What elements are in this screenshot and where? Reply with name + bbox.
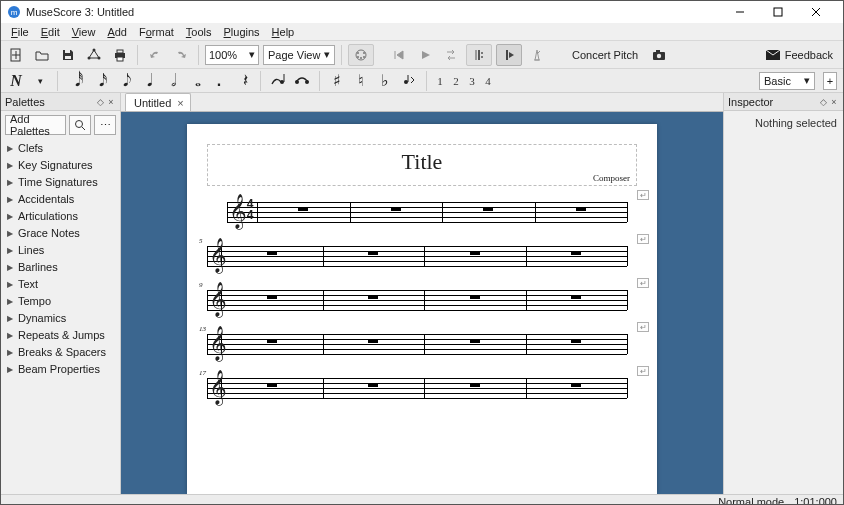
staff-system[interactable]: 13↵𝄞	[207, 334, 637, 354]
score-tab[interactable]: Untitled ×	[125, 93, 191, 111]
whole-rest[interactable]	[571, 339, 581, 343]
flip-direction-button[interactable]	[400, 72, 418, 90]
natural-button[interactable]: ♮	[352, 71, 370, 90]
whole-rest[interactable]	[470, 383, 480, 387]
play-button[interactable]	[414, 44, 436, 66]
menu-add[interactable]: Add	[101, 25, 133, 39]
system-break-icon[interactable]: ↵	[637, 190, 649, 200]
add-palettes-button[interactable]: Add Palettes	[5, 115, 66, 135]
system-break-icon[interactable]: ↵	[637, 366, 649, 376]
duration-half-button[interactable]: 𝅗𝅥	[162, 71, 180, 91]
duration-32nd-button[interactable]: 𝅘𝅥𝅰	[66, 71, 84, 91]
duration-quarter-button[interactable]: 𝅘𝅥	[138, 71, 156, 91]
concert-pitch-button[interactable]: Concert Pitch	[566, 47, 644, 63]
whole-rest[interactable]	[267, 339, 277, 343]
palette-item[interactable]: ▶Dynamics	[1, 311, 120, 325]
workspace-add-button[interactable]: +	[823, 72, 837, 90]
whole-rest[interactable]	[470, 295, 480, 299]
view-mode-combo[interactable]: Page View▾	[263, 45, 335, 65]
palette-more-button[interactable]: ⋯	[94, 115, 116, 135]
rewind-button[interactable]	[388, 44, 410, 66]
whole-rest[interactable]	[483, 207, 493, 211]
palette-item[interactable]: ▶Repeats & Jumps	[1, 328, 120, 342]
voice-3-button[interactable]: 3	[467, 75, 477, 87]
treble-clef-icon[interactable]: 𝄞	[209, 284, 227, 314]
palette-item[interactable]: ▶Clefs	[1, 141, 120, 155]
menu-help[interactable]: Help	[266, 25, 301, 39]
staff-system[interactable]: 9↵𝄞	[207, 290, 637, 310]
workspace-combo[interactable]: Basic▾	[759, 72, 815, 90]
score-composer[interactable]: Composer	[593, 173, 630, 183]
system-break-icon[interactable]: ↵	[637, 278, 649, 288]
score-canvas[interactable]: Title Composer ↵𝄞445↵𝄞9↵𝄞13↵𝄞17↵𝄞	[121, 112, 723, 494]
palette-item[interactable]: ▶Lines	[1, 243, 120, 257]
window-close-button[interactable]	[799, 1, 837, 23]
palette-item[interactable]: ▶Time Signatures	[1, 175, 120, 189]
whole-rest[interactable]	[571, 251, 581, 255]
palette-item[interactable]: ▶Key Signatures	[1, 158, 120, 172]
tie-button[interactable]	[269, 72, 287, 90]
whole-rest[interactable]	[470, 339, 480, 343]
staff-system[interactable]: ↵𝄞44	[207, 202, 637, 222]
whole-rest[interactable]	[470, 251, 480, 255]
flat-button[interactable]: ♭	[376, 71, 394, 90]
menu-file[interactable]: File	[5, 25, 35, 39]
zoom-combo[interactable]: 100%▾	[205, 45, 259, 65]
menu-view[interactable]: View	[66, 25, 102, 39]
new-score-button[interactable]	[5, 44, 27, 66]
palette-item[interactable]: ▶Breaks & Spacers	[1, 345, 120, 359]
window-maximize-button[interactable]	[761, 1, 799, 23]
window-minimize-button[interactable]	[723, 1, 761, 23]
voice-2-button[interactable]: 2	[451, 75, 461, 87]
whole-rest[interactable]	[267, 251, 277, 255]
whole-rest[interactable]	[267, 295, 277, 299]
menu-edit[interactable]: Edit	[35, 25, 66, 39]
play-repeats-button[interactable]	[466, 44, 492, 66]
duration-whole-button[interactable]: 𝅝	[186, 72, 204, 90]
whole-rest[interactable]	[368, 295, 378, 299]
time-signature[interactable]: 44	[245, 199, 255, 221]
treble-clef-icon[interactable]: 𝄞	[209, 328, 227, 358]
menu-plugins[interactable]: Plugins	[218, 25, 266, 39]
whole-rest[interactable]	[368, 383, 378, 387]
voice-4-button[interactable]: 4	[483, 75, 493, 87]
loop-button[interactable]	[440, 44, 462, 66]
feedback-button[interactable]: Feedback	[785, 49, 833, 61]
staff-system[interactable]: 17↵𝄞	[207, 378, 637, 398]
toggle-midi-input-button[interactable]	[348, 44, 374, 66]
palette-item[interactable]: ▶Articulations	[1, 209, 120, 223]
panel-undock-icon[interactable]: ◇	[818, 97, 828, 107]
rest-button[interactable]: 𝄽	[234, 71, 252, 91]
whole-rest[interactable]	[267, 383, 277, 387]
sharp-button[interactable]: ♯	[328, 71, 346, 90]
open-button[interactable]	[31, 44, 53, 66]
whole-rest[interactable]	[298, 207, 308, 211]
system-break-icon[interactable]: ↵	[637, 322, 649, 332]
panel-undock-icon[interactable]: ◇	[95, 97, 105, 107]
close-icon[interactable]: ×	[177, 97, 183, 109]
palette-item[interactable]: ▶Text	[1, 277, 120, 291]
palette-item[interactable]: ▶Tempo	[1, 294, 120, 308]
score-title[interactable]: Title	[208, 145, 636, 175]
print-button[interactable]	[109, 44, 131, 66]
panel-close-icon[interactable]: ×	[106, 97, 116, 107]
whole-rest[interactable]	[391, 207, 401, 211]
whole-rest[interactable]	[571, 383, 581, 387]
voice-1-button[interactable]: 1	[435, 75, 445, 87]
save-button[interactable]	[57, 44, 79, 66]
whole-rest[interactable]	[571, 295, 581, 299]
duration-16th-button[interactable]: 𝅘𝅥𝅯	[90, 71, 108, 91]
duration-8th-button[interactable]: 𝅘𝅥𝅮	[114, 71, 132, 91]
image-capture-button[interactable]	[648, 44, 670, 66]
palette-item[interactable]: ▶Accidentals	[1, 192, 120, 206]
treble-clef-icon[interactable]: 𝄞	[209, 240, 227, 270]
undo-button[interactable]	[144, 44, 166, 66]
menu-format[interactable]: Format	[133, 25, 180, 39]
whole-rest[interactable]	[576, 207, 586, 211]
title-frame[interactable]: Title Composer	[207, 144, 637, 186]
note-input-mode-button[interactable]: N	[7, 72, 25, 90]
menu-tools[interactable]: Tools	[180, 25, 218, 39]
palette-item[interactable]: ▶Beam Properties	[1, 362, 120, 376]
palette-item[interactable]: ▶Barlines	[1, 260, 120, 274]
caret-down-icon[interactable]: ▾	[31, 76, 49, 86]
